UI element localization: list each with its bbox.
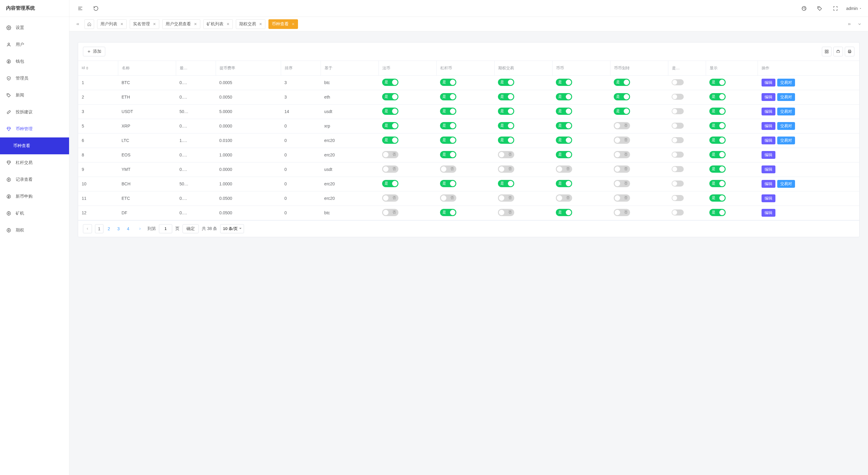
column-header[interactable]: 最… [176, 61, 216, 75]
sidebar-item[interactable]: 期权 [0, 222, 69, 239]
toggle-switch[interactable]: 是 [556, 122, 572, 129]
edit-button[interactable]: 编辑 [762, 209, 775, 217]
column-header[interactable]: 币币 [552, 61, 610, 75]
toggle-switch[interactable]: 是 [556, 137, 572, 144]
toggle-switch[interactable] [672, 137, 684, 143]
toggle-switch[interactable]: 是 [556, 151, 572, 158]
pager-prev-button[interactable] [83, 224, 92, 233]
tab[interactable]: 期权交易✕ [236, 19, 266, 29]
toggle-switch[interactable]: 是 [498, 93, 514, 100]
toggle-switch[interactable]: 是 [556, 209, 572, 216]
toggle-switch[interactable]: 是 [614, 93, 630, 100]
fullscreen-icon[interactable] [831, 4, 840, 13]
toggle-switch[interactable]: 是 [709, 166, 726, 173]
toggle-switch[interactable]: 是 [440, 137, 456, 144]
toggle-switch[interactable]: 是 [709, 108, 726, 115]
tab-close-icon[interactable]: ✕ [194, 22, 197, 26]
user-menu[interactable]: admin [846, 4, 862, 13]
pair-button[interactable]: 交易对 [777, 79, 795, 87]
toggle-switch[interactable] [672, 123, 684, 129]
toggle-switch[interactable]: 是 [440, 209, 456, 216]
toggle-switch[interactable]: 是 [556, 93, 572, 100]
pager-next-button[interactable] [135, 224, 145, 233]
pair-button[interactable]: 交易对 [777, 137, 795, 144]
tab[interactable]: 币种查看✕ [269, 19, 298, 29]
edit-button[interactable]: 编辑 [762, 137, 775, 144]
sidebar-item[interactable]: 投拆建议 [0, 104, 69, 121]
collapse-sidebar-icon[interactable] [75, 4, 85, 13]
toggle-switch[interactable]: 是 [498, 137, 514, 144]
toggle-switch[interactable]: 是 [440, 122, 456, 129]
tabs-scroll-right-icon[interactable] [846, 21, 853, 28]
toggle-switch[interactable]: 是 [614, 79, 630, 86]
sidebar-item[interactable]: 设置 [0, 19, 69, 36]
pair-button[interactable]: 交易对 [777, 93, 795, 101]
toggle-switch[interactable]: 是 [709, 194, 726, 202]
sidebar-item[interactable]: 矿机 [0, 205, 69, 222]
toggle-switch[interactable]: 否 [382, 194, 398, 202]
edit-button[interactable]: 编辑 [762, 122, 775, 130]
column-header[interactable]: 法币 [378, 61, 436, 75]
pager-page-number[interactable]: 3 [114, 224, 123, 233]
tab[interactable]: 用户列表✕ [97, 19, 127, 29]
toggle-switch[interactable]: 否 [614, 151, 630, 158]
toggle-switch[interactable]: 是 [382, 93, 398, 100]
toggle-switch[interactable]: 是 [709, 151, 726, 158]
tab[interactable]: 矿机列表✕ [203, 19, 233, 29]
toggle-switch[interactable]: 是 [556, 108, 572, 115]
pair-button[interactable]: 交易对 [777, 122, 795, 130]
pager-goto-input[interactable] [159, 224, 172, 233]
toggle-switch[interactable]: 否 [614, 122, 630, 129]
sidebar-item[interactable]: 币种查看 [0, 137, 69, 154]
toggle-switch[interactable]: 否 [614, 137, 630, 144]
toggle-switch[interactable]: 是 [709, 122, 726, 129]
toggle-switch[interactable]: 是 [498, 108, 514, 115]
toggle-switch[interactable]: 否 [556, 194, 572, 202]
sidebar-item[interactable]: 用户 [0, 36, 69, 53]
column-header[interactable]: 是… [668, 61, 706, 75]
tab-home[interactable] [85, 19, 94, 29]
toggle-switch[interactable] [672, 94, 684, 100]
toggle-switch[interactable]: 是 [709, 137, 726, 144]
toggle-switch[interactable]: 是 [709, 180, 726, 187]
toggle-switch[interactable]: 是 [440, 151, 456, 158]
toggle-switch[interactable]: 是 [382, 79, 398, 86]
column-header[interactable]: 名称 [118, 61, 176, 75]
toggle-switch[interactable]: 是 [440, 93, 456, 100]
edit-button[interactable]: 编辑 [762, 194, 775, 202]
toggle-switch[interactable]: 是 [498, 180, 514, 187]
edit-button[interactable]: 编辑 [762, 93, 775, 101]
toggle-switch[interactable]: 是 [556, 79, 572, 86]
tab-close-icon[interactable]: ✕ [153, 22, 156, 26]
toggle-switch[interactable]: 是 [440, 108, 456, 115]
tab-close-icon[interactable]: ✕ [120, 22, 123, 26]
pager-page-number[interactable]: 2 [105, 224, 113, 233]
sidebar-item[interactable]: 新闻 [0, 87, 69, 104]
column-header[interactable]: 杠杆币 [436, 61, 494, 75]
palette-icon[interactable] [799, 4, 809, 13]
pair-button[interactable]: 交易对 [777, 180, 795, 188]
print-button[interactable] [845, 47, 855, 56]
toggle-switch[interactable]: 否 [382, 209, 398, 216]
toggle-switch[interactable]: 否 [498, 209, 514, 216]
toggle-switch[interactable]: 是 [498, 122, 514, 129]
toggle-switch[interactable] [672, 108, 684, 114]
toggle-switch[interactable]: 否 [498, 166, 514, 173]
add-button[interactable]: 添加 [83, 47, 105, 56]
toggle-switch[interactable] [672, 195, 684, 201]
sidebar-item[interactable]: 币种管理 [0, 121, 69, 137]
refresh-icon[interactable] [91, 4, 101, 13]
toggle-switch[interactable]: 否 [498, 151, 514, 158]
tag-icon[interactable] [815, 4, 825, 13]
toggle-switch[interactable]: 是 [382, 180, 398, 187]
column-header[interactable]: id [78, 61, 118, 75]
sidebar-item[interactable]: 杠杆交易 [0, 154, 69, 171]
toggle-switch[interactable] [672, 209, 684, 215]
tab[interactable]: 用户交易查看✕ [162, 19, 200, 29]
toggle-switch[interactable]: 否 [440, 194, 456, 202]
toggle-switch[interactable]: 否 [498, 194, 514, 202]
toggle-switch[interactable]: 是 [382, 137, 398, 144]
toggle-switch[interactable]: 是 [614, 108, 630, 115]
edit-button[interactable]: 编辑 [762, 180, 775, 188]
toggle-switch[interactable]: 是 [382, 122, 398, 129]
